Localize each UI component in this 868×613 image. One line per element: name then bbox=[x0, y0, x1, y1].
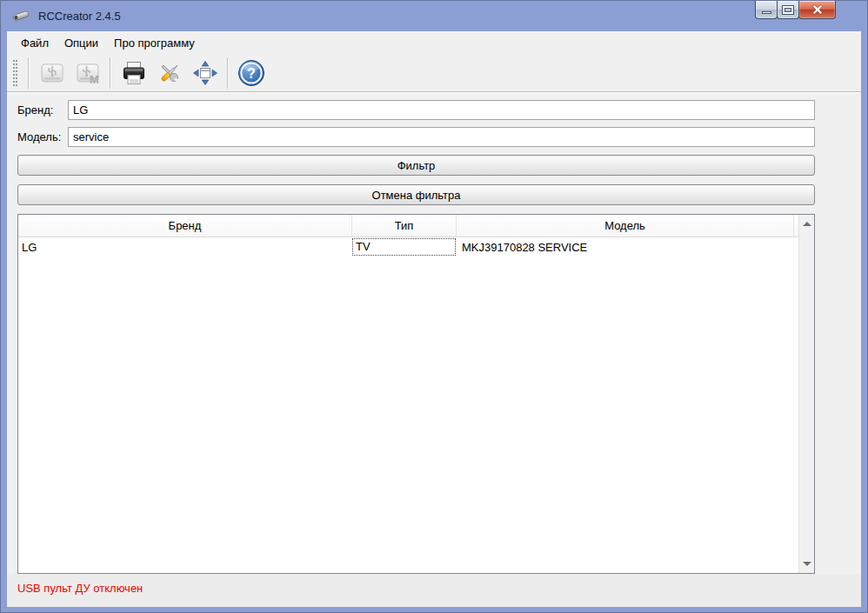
menu-options[interactable]: Опции bbox=[57, 33, 106, 53]
vertical-scrollbar[interactable] bbox=[798, 215, 814, 573]
usb-status-text: USB пульт ДУ отключен bbox=[17, 582, 143, 595]
model-row: Модель: bbox=[17, 127, 815, 147]
app-window: RCCreator 2.4.5 Файл Опции Про программу bbox=[0, 0, 868, 613]
column-header-type[interactable]: Тип bbox=[352, 215, 457, 237]
model-label: Модель: bbox=[17, 130, 68, 143]
usb-write-memory-icon: M bbox=[74, 59, 102, 87]
toolbar-separator bbox=[110, 57, 111, 89]
content: Бренд: Модель: Фильтр Отмена фильтра Бре… bbox=[7, 92, 861, 574]
statusbar: USB пульт ДУ отключен bbox=[7, 574, 861, 607]
usb-write-button[interactable] bbox=[36, 57, 68, 89]
window-title: RCCreator 2.4.5 bbox=[38, 10, 121, 23]
brand-label: Бренд: bbox=[17, 103, 68, 117]
window-controls bbox=[755, 1, 836, 19]
toolbar-separator bbox=[28, 57, 30, 89]
column-header-model[interactable]: Модель bbox=[457, 215, 794, 237]
titlebar[interactable]: RCCreator 2.4.5 bbox=[0, 0, 868, 31]
help-icon: ? bbox=[237, 58, 266, 88]
menu-about[interactable]: Про программу bbox=[106, 33, 203, 53]
toolbar-grip[interactable] bbox=[13, 60, 17, 86]
table-row[interactable]: LG TV MKJ39170828 SERVICE bbox=[18, 237, 798, 257]
filter-button[interactable]: Фильтр bbox=[17, 155, 815, 176]
usb-write-memory-button[interactable]: M bbox=[71, 57, 103, 89]
remote-control-icon bbox=[11, 8, 30, 23]
toolbar-separator bbox=[227, 57, 229, 89]
usb-write-icon bbox=[38, 59, 66, 87]
svg-text:M: M bbox=[90, 72, 99, 85]
move-window-button[interactable] bbox=[189, 57, 221, 89]
help-button[interactable]: ? bbox=[235, 57, 267, 89]
minimize-icon bbox=[762, 11, 771, 14]
settings-button[interactable] bbox=[153, 57, 185, 89]
client-area: Файл Опции Про программу bbox=[7, 31, 861, 607]
printer-icon bbox=[120, 59, 148, 87]
menu-file[interactable]: Файл bbox=[13, 33, 57, 53]
svg-text:?: ? bbox=[247, 66, 256, 81]
model-input[interactable] bbox=[68, 127, 815, 147]
cell-brand: LG bbox=[18, 241, 352, 254]
print-button[interactable] bbox=[117, 57, 150, 89]
cancel-filter-button[interactable]: Отмена фильтра bbox=[17, 184, 815, 205]
column-header-brand[interactable]: Бренд bbox=[18, 215, 352, 237]
brand-row: Бренд: bbox=[17, 100, 815, 120]
table-header: Бренд Тип Модель bbox=[18, 215, 798, 237]
maximize-icon bbox=[783, 6, 793, 14]
focused-cell[interactable]: TV bbox=[353, 239, 455, 255]
tools-icon bbox=[156, 59, 184, 87]
results-table: Бренд Тип Модель LG TV MKJ39170828 SERVI… bbox=[17, 214, 815, 574]
cell-type: TV bbox=[352, 239, 457, 255]
close-button[interactable] bbox=[798, 1, 836, 19]
scroll-up-icon[interactable] bbox=[803, 222, 811, 226]
maximize-button[interactable] bbox=[777, 1, 799, 19]
toolbar: M bbox=[7, 54, 861, 92]
close-icon bbox=[811, 3, 825, 17]
scroll-down-icon[interactable] bbox=[803, 562, 811, 566]
cell-model: MKJ39170828 SERVICE bbox=[457, 241, 794, 254]
menubar: Файл Опции Про программу bbox=[7, 31, 861, 54]
move-window-icon bbox=[191, 59, 219, 87]
brand-input[interactable] bbox=[68, 100, 815, 120]
minimize-button[interactable] bbox=[755, 1, 778, 19]
